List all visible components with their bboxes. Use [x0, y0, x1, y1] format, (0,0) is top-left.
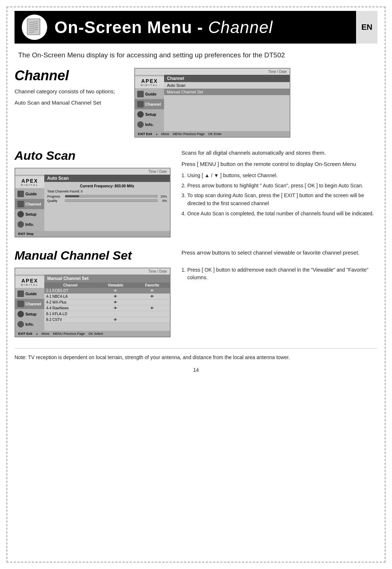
channel-screen-topbar: Time / Date	[135, 69, 290, 75]
channel-right: Time / Date APEX DIGITAL Guide	[134, 68, 377, 138]
manual-guide-label: Guide	[25, 292, 37, 296]
instruction-4: Once Auto Scan is completed, the total n…	[181, 210, 377, 218]
setup-label: Setup	[145, 112, 156, 117]
auto-setup-icon	[17, 211, 24, 218]
manual-bottom-ok: OK Select	[89, 332, 103, 336]
table-row: 4-2 WX-Plus👁	[44, 299, 170, 305]
auto-info-label: Info.	[25, 222, 34, 227]
manual-channel-right: Press arrow buttons to select channel vi…	[181, 248, 377, 337]
manual-move-icon: ⬥	[36, 332, 38, 336]
channel-screen-content: Channel Auto Scan Manual Channel Set	[164, 75, 290, 131]
manual-guide-icon	[17, 290, 24, 297]
guide-label: Guide	[145, 92, 156, 96]
apex-logo-3: APEX DIGITAL	[15, 276, 44, 288]
channel-body1: Channel category consists of two options…	[15, 87, 123, 95]
header-title-prefix: On-Screen Menu -	[54, 18, 208, 37]
header-bar: On-Screen Menu - Channel EN	[15, 11, 377, 44]
channel-screen-bottom: EXIT Exit ⬥ Move MENU Previous Page OK E…	[135, 131, 290, 137]
auto-scan-heading: Auto Scan	[15, 149, 171, 163]
auto-scan-bottom: EXIT Stop	[15, 231, 170, 237]
manual-channel-label: Channel	[25, 302, 41, 306]
progress-label: Progress	[47, 195, 64, 198]
manual-bottom-exit: EXIT Exit	[18, 332, 32, 336]
header-title: On-Screen Menu - Channel	[54, 17, 370, 37]
auto-scan-press-menu: Press [ MENU ] button on the remote cont…	[181, 160, 377, 168]
auto-scan-sidebar: APEX DIGITAL Guide Channel	[15, 175, 44, 231]
auto-channel-icon	[17, 201, 24, 207]
manual-info-label: Info.	[25, 322, 34, 326]
bottom-move: Move	[161, 132, 169, 136]
channel-menu-screen: Time / Date APEX DIGITAL Guide	[134, 68, 290, 138]
auto-scan-topbar: Time / Date	[15, 168, 170, 175]
auto-nav-info: Info.	[15, 219, 44, 229]
channels-found: Total Channels Found: 0	[47, 190, 167, 193]
header-title-italic: Channel	[208, 18, 273, 37]
manual-instructions: Press [ OK ] button to add/remove each c…	[181, 266, 377, 282]
auto-info-icon	[17, 221, 24, 228]
manual-channel-heading: Manual Channel Set	[15, 248, 171, 263]
channel-menu-header: Channel	[164, 75, 290, 82]
nav-guide: Guide	[135, 89, 164, 99]
manual-screen-bottom: EXIT Exit ⬥ Move MENU Previous Page OK S…	[15, 331, 170, 337]
manual-bottom-move: Move	[41, 332, 49, 336]
manual-nav-setup: Setup	[15, 309, 44, 319]
channel-icon	[137, 101, 144, 107]
header-subtitle: The On-Screen Menu display is for access…	[15, 50, 377, 61]
info-icon	[137, 121, 144, 128]
table-row: 8-1 KFLA-LD	[44, 311, 170, 317]
manual-screen-content: Manual Channel Set Channel Viewable Favo…	[44, 275, 170, 331]
manual-channel-left: Manual Channel Set Time / Date APEX DIGI…	[15, 248, 171, 337]
manual-screen-topbar: Time / Date	[15, 268, 170, 275]
auto-guide-icon	[17, 191, 24, 197]
progress-bar	[65, 195, 158, 198]
auto-scan-main: APEX DIGITAL Guide Channel	[15, 175, 170, 231]
auto-scan-content: Auto Scan Current Frequency: 803.00 MHz …	[44, 175, 170, 231]
instruction-3: To stop scan during Auto Scan, press the…	[181, 192, 377, 207]
channel-label: Channel	[145, 102, 161, 106]
manual-screen-main: APEX DIGITAL Guide Channel	[15, 275, 170, 331]
bottom-move-icon: ⬥	[156, 132, 158, 136]
auto-scan-left: Auto Scan Time / Date APEX DIGITAL	[15, 149, 171, 237]
page-number: 14	[15, 367, 377, 373]
col-viewable-header: Viewable	[97, 283, 135, 288]
page-content: On-Screen Menu - Channel EN The On-Scree…	[15, 11, 377, 373]
auto-scan-section: Auto Scan Time / Date APEX DIGITAL	[15, 149, 377, 237]
bottom-menu: MENU Previous Page	[173, 132, 205, 136]
table-row: 4-4 RawNews👁👁	[44, 305, 170, 311]
channels-found-value: 0	[81, 190, 83, 193]
col-channel-header: Channel	[44, 283, 97, 288]
manual-instruction-1: Press [ OK ] button to add/remove each c…	[181, 266, 377, 282]
manual-bottom-menu: MENU Previous Page	[53, 332, 85, 336]
info-label: Info.	[145, 122, 154, 127]
auto-scan-screen: Time / Date APEX DIGITAL Guide	[15, 168, 171, 237]
channel-section: Channel Channel category consists of two…	[15, 68, 377, 138]
auto-scan-instructions: Using [ ▲ / ▼ ] buttons, select Channel.…	[181, 172, 377, 218]
progress-bar-fill	[65, 195, 79, 197]
channel-left: Channel Channel category consists of two…	[15, 68, 123, 138]
quality-label: Quality	[47, 199, 64, 203]
instruction-1: Using [ ▲ / ▼ ] buttons, select Channel.	[181, 172, 377, 180]
svg-rect-0	[27, 19, 40, 34]
quality-bar	[65, 199, 158, 202]
auto-setup-label: Setup	[25, 212, 37, 216]
table-row: 4-1 NBC4-LA👁👁	[44, 293, 170, 299]
nav-setup: Setup	[135, 109, 164, 119]
freq-label: Current Frequency: 803.00 MHz	[47, 184, 167, 188]
manual-setup-label: Setup	[25, 312, 37, 316]
nav-channel: Channel	[135, 99, 164, 109]
channel-table: Channel Viewable Favorite 2-1 KCBS-DT👁👁4…	[44, 283, 170, 323]
bottom-ok: OK Enter	[208, 132, 222, 136]
manual-nav-channel: Channel	[15, 299, 44, 309]
auto-guide-label: Guide	[25, 192, 37, 196]
footer-note: Note: TV reception is dependent on local…	[15, 348, 377, 362]
manual-screen-sidebar: APEX DIGITAL Guide Channel	[15, 275, 44, 331]
channel-body2: Auto Scan and Manual Channel Set	[15, 98, 123, 107]
manual-setup-icon	[17, 311, 24, 317]
menu-auto-scan: Auto Scan	[164, 82, 290, 89]
channel-screen-sidebar: APEX DIGITAL Guide Channel	[135, 75, 164, 131]
guide-icon	[137, 91, 144, 97]
page: On-Screen Menu - Channel EN The On-Scree…	[0, 0, 392, 569]
manual-channel-icon	[17, 301, 24, 307]
nav-info: Info.	[135, 119, 164, 130]
apex-logo-2: APEX DIGITAL	[15, 176, 44, 188]
